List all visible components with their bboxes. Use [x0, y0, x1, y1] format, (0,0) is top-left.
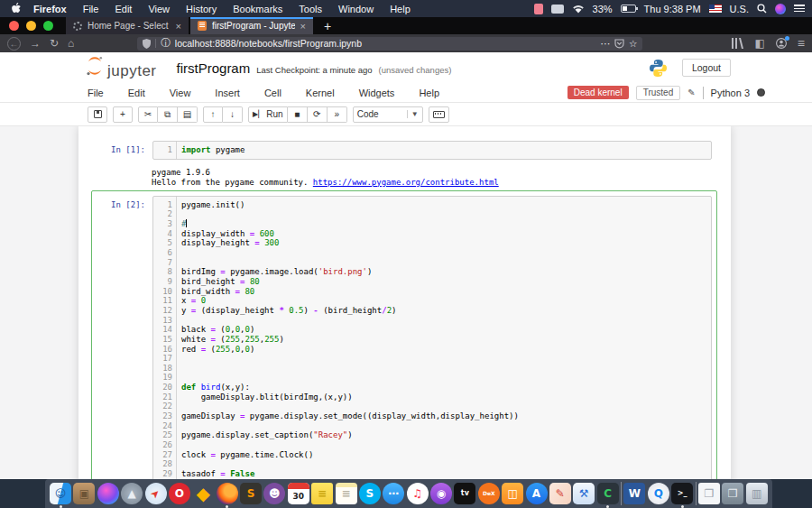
- jupyter-menu-widgets[interactable]: Widgets: [359, 88, 395, 98]
- restart-run-all-button[interactable]: »: [328, 106, 347, 123]
- tab-first-program[interactable]: firstProgram - Jupyter Noteboo ×: [190, 17, 313, 34]
- bookmark-star-icon[interactable]: ☆: [629, 38, 637, 49]
- hamburger-menu-icon[interactable]: ≡: [798, 37, 805, 50]
- close-window-button[interactable]: [9, 21, 19, 31]
- dock-terminal-icon[interactable]: >_: [671, 483, 693, 504]
- dock-firefox-icon[interactable]: [217, 483, 238, 504]
- url-text[interactable]: localhost:8888/notebooks/firstProgram.ip…: [175, 38, 596, 49]
- restart-kernel-button[interactable]: ⟳: [308, 106, 328, 123]
- menubar-item-tools[interactable]: Tools: [291, 4, 330, 14]
- site-info-icon[interactable]: ⓘ: [161, 37, 171, 50]
- output-link[interactable]: https://www.pygame.org/contribute.html: [313, 178, 499, 187]
- apple-menu[interactable]: [7, 3, 25, 14]
- jupyter-menu-help[interactable]: Help: [419, 88, 439, 98]
- pocket-icon[interactable]: [614, 39, 624, 49]
- shield-icon[interactable]: [143, 39, 151, 49]
- dock-trash-icon[interactable]: ▥: [746, 483, 768, 504]
- dock-installer-doc-icon[interactable]: ❐: [698, 483, 720, 504]
- trusted-button[interactable]: Trusted: [636, 86, 681, 100]
- menubar-item-file[interactable]: File: [75, 4, 107, 14]
- menubar-item-help[interactable]: Help: [382, 4, 419, 14]
- dock-xcode-icon[interactable]: ⚒: [573, 483, 595, 504]
- status-app-icon[interactable]: [534, 4, 543, 14]
- dock-github-icon[interactable]: ☻: [263, 483, 285, 504]
- dock-sublime-text-icon[interactable]: S: [240, 483, 262, 504]
- siri-icon[interactable]: [775, 4, 786, 14]
- jupyter-menu-edit[interactable]: Edit: [128, 88, 145, 98]
- forward-button[interactable]: →: [30, 38, 41, 49]
- library-icon[interactable]: [732, 38, 743, 49]
- code-cell[interactable]: In [1]:1import pygame: [91, 135, 717, 165]
- cut-cell-button[interactable]: ✂: [138, 106, 158, 123]
- menubar-item-firefox[interactable]: Firefox: [25, 4, 75, 14]
- jupyter-logo[interactable]: jupyter: [86, 56, 157, 80]
- dock-apple-tv-icon[interactable]: tv: [454, 483, 475, 504]
- cell-editor[interactable]: 1234567891011121314151617181920212223242…: [152, 196, 712, 479]
- home-button[interactable]: ⌂: [68, 38, 74, 49]
- dock-music-icon[interactable]: ♫: [407, 483, 429, 504]
- menubar-item-view[interactable]: View: [140, 4, 178, 14]
- dock-dex-icon[interactable]: DeX: [478, 483, 500, 504]
- dock-app-window-icon[interactable]: ❐: [722, 483, 743, 504]
- code-cell[interactable]: In [2]:123456789101112131415161718192021…: [91, 190, 717, 479]
- menubar-item-bookmarks[interactable]: Bookmarks: [225, 4, 291, 14]
- dock-launchpad-icon[interactable]: ▲: [121, 483, 143, 504]
- dock-messages-icon[interactable]: ⋯: [383, 483, 404, 504]
- interrupt-kernel-button[interactable]: ■: [288, 106, 308, 123]
- save-button[interactable]: [88, 106, 107, 123]
- code-area[interactable]: pygame.init() #display_width = 600displa…: [177, 197, 711, 479]
- jupyter-menu-kernel[interactable]: Kernel: [306, 88, 335, 98]
- move-cell-down-button[interactable]: ↓: [223, 106, 243, 123]
- command-palette-button[interactable]: [429, 106, 449, 123]
- add-cell-button[interactable]: +: [113, 106, 133, 123]
- zoom-window-button[interactable]: [43, 21, 53, 31]
- code-area[interactable]: import pygame: [177, 142, 711, 159]
- dock-podcasts-icon[interactable]: ◉: [430, 483, 452, 504]
- cell-editor[interactable]: 1import pygame: [152, 141, 712, 160]
- page-actions-icon[interactable]: ⋯: [600, 38, 610, 49]
- close-tab-icon[interactable]: ×: [300, 21, 306, 32]
- dock-siri-icon[interactable]: [97, 483, 119, 504]
- dock-calendar-icon[interactable]: 30: [288, 483, 309, 504]
- dock-quicktime-icon[interactable]: Q: [648, 483, 669, 504]
- jupyter-menu-cell[interactable]: Cell: [264, 88, 281, 98]
- run-cell-button[interactable]: ▶▏Run: [248, 106, 288, 123]
- dock-pencil-app-icon[interactable]: ✎: [549, 483, 571, 504]
- jupyter-menu-insert[interactable]: Insert: [215, 88, 240, 98]
- dock-stickies-icon[interactable]: ≡: [311, 483, 333, 504]
- dock-finder-icon[interactable]: ☺: [50, 483, 71, 504]
- notification-center-icon[interactable]: [794, 5, 805, 13]
- account-icon[interactable]: [776, 38, 787, 49]
- menu-clock[interactable]: Thu 9:38 PM: [644, 4, 701, 14]
- jupyter-menu-file[interactable]: File: [88, 88, 104, 98]
- dock-opera-icon[interactable]: O: [169, 483, 190, 504]
- reload-button[interactable]: ↻: [50, 38, 59, 49]
- menubar-item-window[interactable]: Window: [330, 4, 382, 14]
- wifi-icon[interactable]: [572, 5, 585, 14]
- input-source-label[interactable]: U.S.: [730, 4, 749, 14]
- dock-word-icon[interactable]: W: [623, 483, 645, 504]
- status-card-icon[interactable]: [551, 5, 564, 14]
- close-tab-icon[interactable]: ×: [176, 21, 181, 32]
- jupyter-menu-view[interactable]: View: [170, 88, 191, 98]
- cell-type-dropdown[interactable]: Code ▼: [353, 106, 423, 123]
- move-cell-up-button[interactable]: ↑: [203, 106, 223, 123]
- dock-sketch-icon[interactable]: ◆: [192, 483, 214, 504]
- back-button[interactable]: ←: [7, 37, 21, 51]
- spotlight-icon[interactable]: [757, 4, 767, 14]
- dock-delivery-box-icon[interactable]: ▣: [73, 483, 95, 504]
- logout-button[interactable]: Logout: [682, 59, 731, 77]
- sidebar-toggle-icon[interactable]: ◧: [754, 38, 764, 49]
- copy-cell-button[interactable]: ⧉: [158, 106, 178, 123]
- paste-cell-button[interactable]: ▤: [178, 106, 198, 123]
- new-tab-button[interactable]: +: [313, 17, 342, 34]
- dead-kernel-badge[interactable]: Dead kernel: [567, 86, 629, 99]
- dock-skype-icon[interactable]: S: [359, 483, 381, 504]
- dock-books-icon[interactable]: ◫: [502, 483, 523, 504]
- kernel-name[interactable]: Python 3: [711, 88, 750, 98]
- tab-home-page[interactable]: Home Page - Select or create a ×: [66, 17, 189, 34]
- dock-camtasia-icon[interactable]: C: [597, 483, 619, 504]
- minimize-window-button[interactable]: [26, 21, 36, 31]
- dock-notes-icon[interactable]: ≡: [336, 483, 357, 504]
- dock-safari-icon[interactable]: ➤: [145, 483, 167, 504]
